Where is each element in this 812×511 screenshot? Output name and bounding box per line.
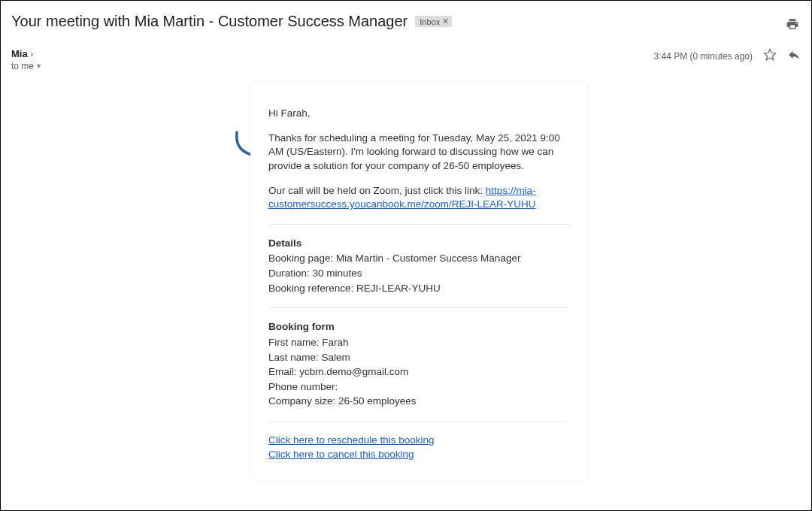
last-name-line: Last name: Salem <box>268 351 569 365</box>
reply-icon[interactable] <box>787 48 801 65</box>
sender-block: Mia › to me ▼ <box>11 48 42 71</box>
right-meta: 3:44 PM (0 minutes ago) <box>654 48 801 65</box>
reference-line: Booking reference: REJI-LEAR-YUHU <box>268 282 569 296</box>
close-icon[interactable]: ✕ <box>442 17 449 26</box>
sender-extra: › <box>30 49 33 59</box>
to-line[interactable]: to me ▼ <box>11 61 42 71</box>
inbox-chip-label: Inbox <box>420 17 440 26</box>
email-meta-row: Mia › to me ▼ 3:44 PM (0 minutes ago) <box>1 35 811 71</box>
email-body-area: Hi Farah, Thanks for scheduling a meetin… <box>1 71 811 506</box>
star-icon[interactable] <box>763 48 777 65</box>
cancel-link[interactable]: Click here to cancel this booking <box>268 449 414 460</box>
divider <box>268 224 569 225</box>
email-subject: Your meeting with Mia Martin - Customer … <box>11 13 408 30</box>
company-size-line: Company size: 26-50 employees <box>268 395 569 409</box>
zoom-paragraph: Our call will be held on Zoom, just clic… <box>268 184 569 212</box>
to-label: to me <box>11 61 34 71</box>
booking-form-heading: Booking form <box>268 320 569 334</box>
inbox-chip[interactable]: Inbox ✕ <box>415 16 452 27</box>
details-heading: Details <box>268 237 569 251</box>
divider <box>268 421 569 422</box>
greeting: Hi Farah, <box>268 107 569 121</box>
email-card: Hi Farah, Thanks for scheduling a meetin… <box>250 83 587 479</box>
email-header: Your meeting with Mia Martin - Customer … <box>1 1 811 35</box>
phone-line: Phone number: <box>268 380 569 395</box>
reschedule-link[interactable]: Click here to reschedule this booking <box>268 434 435 446</box>
first-name-line: First name: Farah <box>268 336 569 350</box>
intro-paragraph: Thanks for scheduling a meeting for Tues… <box>268 132 569 174</box>
email-line: Email: ycbm.demo@gmail.com <box>268 365 569 379</box>
timestamp: 3:44 PM (0 minutes ago) <box>654 51 753 62</box>
print-icon[interactable] <box>786 17 799 34</box>
divider <box>268 307 569 308</box>
sender-name: Mia <box>11 48 28 59</box>
duration-line: Duration: 30 minutes <box>268 267 569 281</box>
booking-page-line: Booking page: Mia Martin - Customer Succ… <box>268 252 569 266</box>
zoom-prefix: Our call will be held on Zoom, just clic… <box>268 185 486 196</box>
chevron-down-icon: ▼ <box>35 62 42 70</box>
